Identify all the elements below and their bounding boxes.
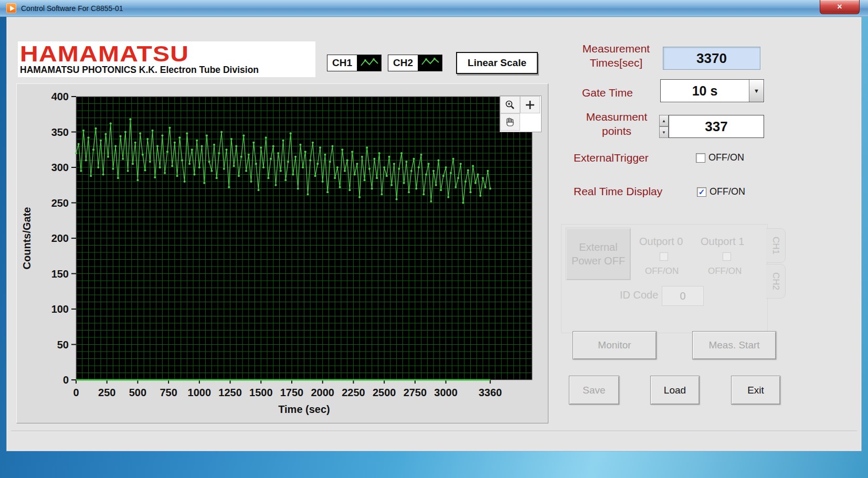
id-code-field[interactable]: 0 — [662, 286, 704, 306]
external-trigger-offon-label: OFF/ON — [708, 152, 744, 163]
svg-text:2250: 2250 — [342, 387, 365, 398]
ch2-trace-icon — [418, 55, 442, 71]
channel-selector-group: CH1 CH2 Linear Scale — [327, 52, 538, 74]
outport1-label: Outport 1 — [701, 236, 744, 248]
plus-icon[interactable] — [520, 96, 540, 113]
linear-scale-button[interactable]: Linear Scale — [456, 52, 538, 74]
svg-text:1500: 1500 — [249, 387, 273, 398]
meas-start-button[interactable]: Meas. Start — [692, 331, 776, 359]
measurement-points-field[interactable]: 337 — [669, 115, 764, 138]
svg-text:400: 400 — [51, 91, 69, 102]
svg-text:2000: 2000 — [311, 387, 334, 398]
outport0-label: Outport 0 — [639, 236, 683, 248]
ch2-selector[interactable]: CH2 — [388, 55, 442, 71]
real-time-display-label: Real Time Display — [574, 184, 694, 198]
app-icon — [6, 3, 16, 13]
close-button[interactable]: × — [820, 0, 860, 14]
stepper-down-icon[interactable]: ▼ — [659, 126, 669, 138]
svg-text:Counts/Gate: Counts/Gate — [21, 207, 33, 270]
load-button[interactable]: Load — [650, 376, 700, 405]
tool-cluster-spacer — [520, 113, 540, 131]
svg-text:200: 200 — [51, 232, 69, 244]
real-time-display-checkbox[interactable]: ✓ — [697, 187, 706, 197]
save-button[interactable]: Save — [569, 376, 619, 405]
svg-text:1000: 1000 — [188, 387, 211, 398]
title-bar[interactable]: Control Software For C8855-01 — [0, 0, 868, 17]
svg-text:1750: 1750 — [280, 387, 304, 398]
gate-time-value: 10 s — [661, 80, 749, 102]
svg-text:0: 0 — [73, 387, 79, 398]
external-power-button[interactable]: External Power OFF — [566, 228, 631, 280]
tab-ch1[interactable]: CH1 — [766, 228, 786, 263]
svg-text:2750: 2750 — [404, 387, 427, 398]
svg-text:250: 250 — [51, 197, 69, 209]
svg-text:50: 50 — [57, 339, 69, 350]
ch2-label: CH2 — [388, 55, 418, 71]
measurement-times-label: Measurement Times[sec] — [569, 41, 663, 70]
id-code-label: ID Code — [620, 289, 658, 301]
outport1-checkbox[interactable] — [723, 252, 731, 261]
exit-button[interactable]: Exit — [731, 376, 780, 405]
svg-text:300: 300 — [51, 162, 69, 173]
bottom-separator — [11, 431, 857, 432]
outport1-offon-label: OFF/ON — [708, 266, 742, 277]
measurement-points-stepper: ▲ ▼ — [659, 115, 669, 138]
ch1-selector[interactable]: CH1 — [327, 55, 382, 71]
pan-hand-icon[interactable] — [500, 113, 520, 131]
window-title: Control Software For C8855-01 — [21, 4, 123, 13]
gate-time-label: Gate Time — [582, 86, 655, 100]
external-trigger-label: ExternalTrigger — [574, 151, 689, 165]
measurement-times-field[interactable]: 3370 — [663, 47, 760, 70]
svg-text:350: 350 — [51, 126, 69, 138]
outport0-checkbox[interactable] — [660, 252, 668, 261]
svg-text:250: 250 — [98, 387, 115, 398]
svg-text:2500: 2500 — [373, 387, 396, 398]
zoom-in-icon[interactable] — [500, 96, 520, 113]
play-triangle-icon — [10, 6, 15, 11]
svg-text:1250: 1250 — [218, 387, 242, 398]
ch1-label: CH1 — [327, 55, 357, 71]
outport0-offon-label: OFF/ON — [645, 266, 679, 277]
monitor-button[interactable]: Monitor — [573, 331, 657, 359]
ch1-trace-icon — [357, 55, 382, 71]
client-area: HAMAMATSU HAMAMATSU PHOTONICS K.K. Elect… — [6, 17, 862, 451]
svg-text:500: 500 — [129, 387, 146, 398]
real-time-display-offon-label: OFF/ON — [710, 186, 745, 197]
svg-text:3000: 3000 — [434, 387, 458, 398]
gate-time-dropdown[interactable]: 10 s ▼ — [660, 79, 764, 102]
measurement-points-label: Measurment points — [576, 110, 658, 138]
svg-text:100: 100 — [51, 303, 69, 315]
chevron-down-icon[interactable]: ▼ — [749, 80, 764, 102]
external-trigger-checkbox[interactable] — [696, 153, 705, 163]
svg-text:Time (sec): Time (sec) — [278, 403, 330, 415]
svg-text:750: 750 — [160, 387, 177, 398]
chart-panel: 0501001502002503003504000250500750100012… — [16, 83, 548, 423]
tab-ch2[interactable]: CH2 — [766, 264, 786, 299]
svg-text:150: 150 — [51, 268, 69, 280]
svg-text:3360: 3360 — [479, 387, 502, 398]
hamamatsu-logo: HAMAMATSU HAMAMATSU PHOTONICS K.K. Elect… — [18, 41, 315, 77]
logo-wordmark: HAMAMATSU — [20, 43, 351, 64]
chart-tool-cluster — [500, 95, 542, 132]
svg-text:0: 0 — [63, 374, 69, 386]
chart-plot[interactable]: 0501001502002503003504000250500750100012… — [17, 84, 548, 423]
stepper-up-icon[interactable]: ▲ — [659, 115, 669, 126]
